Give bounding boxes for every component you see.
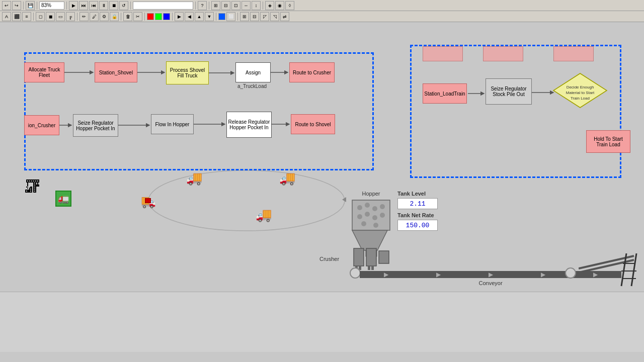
green-item-icon: 🚛 [55,191,71,207]
node-decide-enough-material[interactable]: Decide Enough Material to Start Train Lo… [552,72,608,109]
tb2-color1[interactable] [147,13,154,20]
tb2-1[interactable]: A [2,12,11,21]
tb2-20[interactable]: ⊞ [240,12,249,21]
tb2-19[interactable]: ⬜ [226,12,235,21]
excavator-icon: 🏗 [24,178,40,197]
tb2-11[interactable]: 🔒 [110,12,119,21]
tb2-17[interactable]: ▼ [205,12,214,21]
tb2-18[interactable] [218,13,225,20]
tb2-color2[interactable] [155,13,162,20]
svg-rect-31 [379,251,389,263]
truck-4: 🚚 [256,207,272,223]
help-btn[interactable]: ? [198,1,207,10]
tb2-15[interactable]: ◀ [185,12,194,21]
tb2-22[interactable]: ◸ [260,12,269,21]
tb2-13[interactable]: ✂ [133,12,142,21]
redo-btn[interactable]: ↪ [12,1,21,10]
tool8[interactable]: ◊ [285,1,294,10]
tb2-24[interactable]: ⇌ [280,12,289,21]
bottom-area [0,292,644,352]
svg-point-26 [373,223,378,228]
node-top-2[interactable] [483,46,523,61]
node-route-to-shovel[interactable]: Route to Shovel [291,114,335,134]
tb2-21[interactable]: ⊟ [250,12,259,21]
svg-point-22 [365,212,370,217]
tb2-7[interactable]: ╔ [66,12,75,21]
stop-btn[interactable]: ⏹ [109,1,118,10]
tb2-10[interactable]: ⚙ [100,12,109,21]
step-btn[interactable]: ⏭ [79,1,88,10]
conveyor-wheel-right [565,267,576,279]
reset-btn[interactable]: ↺ [119,1,128,10]
node-allocate-truck-fleet[interactable]: Allocate Truck Fleet [24,62,64,82]
conveyor-wheel-left [350,267,361,279]
stepback-btn[interactable]: ⏮ [89,1,98,10]
crusher-label: Crusher [319,256,339,262]
svg-point-17 [357,205,362,210]
conveyor-arrow-4: ▶ [541,271,545,278]
node-top-1[interactable] [423,46,463,61]
node-process-shovel-fill[interactable]: Process Shovel Fill Truck [166,61,209,84]
tb2-5[interactable]: ◼ [46,12,55,21]
time-input[interactable] [133,2,193,10]
conveyor-arrow-1: ▶ [384,271,388,278]
tank-panel: Tank Level 2.11 Tank Net Rate 150.00 [397,191,438,234]
signal-red [145,198,151,203]
tool5[interactable]: ↕ [252,1,261,10]
conveyor-arrow-3: ▶ [489,271,493,278]
svg-point-25 [361,221,366,226]
node-flow-in-hopper[interactable]: Flow In Hopper [151,114,194,134]
node-top-3[interactable] [553,46,594,61]
tb2-2[interactable]: ⬛ [12,12,21,21]
tb2-14[interactable]: ▶ [175,12,184,21]
tb2-6[interactable]: ▭ [56,12,65,21]
node-hold-to-start-train[interactable]: Hold To Start Train Load [586,130,630,153]
tank-net-rate-value: 150.00 [397,220,438,231]
svg-point-24 [380,213,385,218]
tb2-3[interactable]: ≡ [22,12,31,21]
svg-point-23 [372,215,377,220]
svg-point-19 [372,206,377,211]
truck-2: 🚚 [279,170,295,186]
tank-level-value: 2.11 [397,198,438,209]
node-seize-regulator-stockpile[interactable]: Seize Regulator Stock Pile Out [486,78,532,105]
node-assign[interactable]: Assign [235,62,271,82]
svg-text:Train Load: Train Load [571,96,590,101]
tool2[interactable]: ⊟ [221,1,230,10]
node-station-shovel[interactable]: Station_Shovel [95,62,137,82]
conveyor-label: Conveyor [478,280,502,286]
truck-1: 🚚 [186,170,202,186]
svg-rect-30 [366,248,376,266]
undo-btn[interactable]: ↩ [2,1,11,10]
node-station-load-train[interactable]: Station_LoadTrain [423,83,467,104]
main-canvas: Allocate Truck Fleet Station_Shovel Proc… [0,22,644,352]
tool4[interactable]: ↔ [242,1,251,10]
svg-text:Decide Enough: Decide Enough [567,85,594,89]
svg-marker-11 [342,197,346,202]
tb2-4[interactable]: ◻ [36,12,45,21]
hopper-label: Hopper [350,191,392,197]
pause-btn[interactable]: ⏸ [99,1,108,10]
tb2-color3[interactable] [163,13,170,20]
run-btn[interactable]: ▶ [69,1,78,10]
save-btn[interactable]: 💾 [26,1,35,10]
zoom-input[interactable]: 83% [39,2,64,10]
node-seize-regulator-hopper[interactable]: Seize Regulator Hopper Pocket In [73,114,118,137]
tool7[interactable]: ◉ [275,1,284,10]
node-route-to-crusher[interactable]: Route to Crusher [289,62,335,82]
toolbar-top: ↩ ↪ 💾 83% ▶ ⏭ ⏮ ⏸ ⏹ ↺ ? ⊞ ⊟ ⊡ ↔ ↕ ◈ ◉ ◊ [0,0,644,11]
tool3[interactable]: ⊡ [231,1,240,10]
tb2-16[interactable]: ▲ [195,12,204,21]
node-release-regulator-hopper[interactable]: Release Regulator Hopper Pocket In [226,112,272,138]
tool6[interactable]: ◈ [265,1,274,10]
tb2-9[interactable]: 🖊 [90,12,99,21]
tb2-8[interactable]: ✏ [79,12,89,21]
conveyor-arrow-2: ▶ [436,271,441,278]
tool1[interactable]: ⊞ [211,1,220,10]
node-ion-crusher[interactable]: ion_Crusher [24,115,59,135]
tb2-23[interactable]: ◹ [270,12,279,21]
svg-point-18 [365,203,370,208]
toolbar-second: A ⬛ ≡ ◻ ◼ ▭ ╔ ✏ 🖊 ⚙ 🔒 🗑 ✂ ▶ ◀ ▲ ▼ ⬜ ⊞ ⊟ … [0,11,644,22]
svg-point-20 [380,204,385,209]
tb2-12[interactable]: 🗑 [123,12,132,21]
